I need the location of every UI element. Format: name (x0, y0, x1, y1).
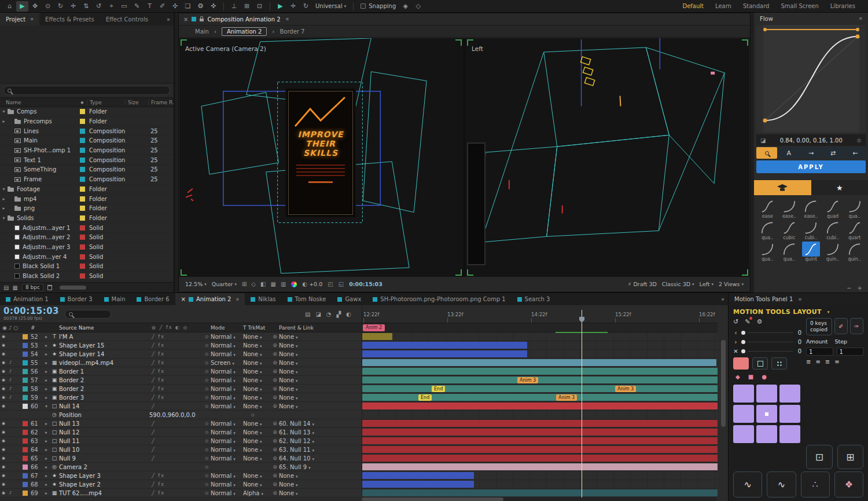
layer-row[interactable]: ◉ ♪ 59 ▸ ▣ Border 3 ╱ fx ⊙ Normal▾ None▾… (0, 393, 718, 402)
layer-track[interactable] (362, 428, 718, 436)
layer-name[interactable]: Shape Layer 15 (59, 342, 146, 349)
project-item-row[interactable]: ▸ mp4 Folder (0, 194, 174, 204)
pickwhip-icon[interactable]: ⊚ (273, 360, 277, 365)
eye-toggle[interactable]: ◉ (0, 352, 7, 356)
solo-toggle[interactable] (14, 473, 21, 478)
diamond-icon[interactable]: ◆ (735, 374, 740, 380)
zoom-out-icon[interactable]: − (847, 285, 851, 291)
label-swatch[interactable] (23, 465, 28, 470)
hand-tool[interactable]: ✥ (29, 1, 41, 12)
project-item-row[interactable]: SH-Phot...omp 1 Composition 25 (0, 146, 174, 156)
layer-marker[interactable]: Anim 3 (615, 386, 636, 392)
eye-toggle[interactable]: ◉ (0, 456, 7, 460)
ease-preset[interactable]: quin.. (822, 242, 844, 262)
project-item-row[interactable]: ▾ Solids Folder (0, 214, 174, 224)
eye-toggle[interactable]: ◉ (0, 369, 7, 374)
eye-toggle[interactable]: ◉ (0, 421, 7, 426)
breadcrumb-child[interactable]: Border 7 (279, 28, 304, 35)
snapping-checkbox[interactable]: Snapping (358, 3, 399, 9)
favorite-icon[interactable]: ☆ (856, 137, 862, 144)
flow-text-button[interactable]: A (778, 147, 799, 159)
label-swatch[interactable] (23, 404, 28, 409)
mode-select[interactable]: Normal▾ (211, 481, 236, 488)
label-swatch[interactable] (80, 264, 85, 269)
anchor-cell[interactable] (733, 405, 754, 423)
bezier-values[interactable]: 0.84, 0.00, 0.16, 1.00 (769, 137, 853, 144)
ease-preset[interactable]: cubi.. (800, 220, 822, 240)
flow-swap-button[interactable]: ⇄ (823, 147, 844, 159)
parent-select[interactable]: None▾ (279, 351, 298, 357)
ease-preset[interactable]: qua.. (844, 199, 865, 219)
layer-name[interactable]: Border 2 (59, 377, 146, 383)
world-axis-icon[interactable]: ⊞ (241, 1, 253, 12)
renderer-select[interactable]: Classic 3D▾ (662, 281, 694, 287)
layer-row[interactable]: ◉ 62 ▸ □ Null 12 ╱ ⊙ Normal▾ None▾ ⊚ 61. (0, 428, 718, 437)
bit-depth-button[interactable]: 8 bpc (22, 284, 43, 291)
layer-row[interactable]: ◉ ♪ 56 ▸ ▣ Border 1 ╱ fx ⊙ Normal▾ None▾… (0, 367, 718, 376)
layer-marker[interactable]: End (418, 394, 432, 401)
gizmo-rotate-icon[interactable]: ↻ (300, 1, 312, 12)
project-item-row[interactable]: SomeThing Composition 25 (0, 165, 174, 175)
reset-exposure-icon[interactable]: ◐ (302, 281, 307, 287)
layer-row[interactable]: ◉ ♪ 55 ▸ ▦ videopl...mp4.mp4 ╱ fx ⊙ Scre… (0, 359, 718, 367)
label-swatch[interactable] (80, 215, 85, 221)
timeline-tab[interactable]: × Gawx ≡ (332, 293, 367, 305)
slider-handle[interactable] (741, 331, 745, 335)
local-axis-icon[interactable]: ⊥ (228, 1, 240, 12)
solo-toggle[interactable] (14, 465, 21, 469)
solo-toggle[interactable] (14, 343, 21, 348)
solo-toggle[interactable] (14, 352, 21, 356)
layer-row[interactable]: ◉ 60 ▾ □ Null 14 ╱ ⊙ Normal▾ None▾ ⊚ Non… (0, 402, 718, 411)
shy-layers-icon[interactable]: ◔ (326, 311, 332, 317)
layer-name[interactable]: Border 3 (59, 394, 146, 401)
twirl-icon[interactable]: ▸ (43, 456, 50, 461)
label-swatch[interactable] (80, 167, 85, 172)
mode-select[interactable]: Screen▾ (211, 360, 234, 366)
grid-options-icon[interactable]: ⊞ (242, 281, 247, 287)
label-swatch[interactable] (80, 177, 85, 182)
layer-marker[interactable]: Anim 3 (556, 394, 577, 401)
slider-handle[interactable] (741, 340, 745, 344)
timeline-tab[interactable]: × Niklas ≡ (245, 293, 281, 305)
twirl-icon[interactable]: ▸ (0, 206, 8, 211)
project-item-row[interactable]: ▸ Precomps Folder (0, 117, 174, 127)
ease-in-slider[interactable]: ‹ 0 (733, 329, 801, 337)
copy-values-icon[interactable]: ◪ (760, 137, 766, 144)
step-input[interactable]: 1 (837, 348, 864, 356)
time-ruler[interactable]: 12:22f13:22f14:22f15:22f16:22f (362, 305, 718, 323)
channel-wheel-icon[interactable] (291, 281, 297, 287)
layer-row[interactable]: ◉ 66 ▸ ◎ Camera 2 ⊙ ▾ ▾ ⊚ 65. Null 9▾ (0, 463, 718, 471)
panel-tab[interactable]: Project≡ (0, 13, 39, 25)
project-item-row[interactable]: Adjustm...yer 4 Solid (0, 252, 174, 262)
layer-name[interactable]: I'M A (59, 334, 146, 340)
layer-switches[interactable]: ╱ fx (149, 482, 203, 487)
label-swatch[interactable] (80, 206, 85, 211)
twirl-icon[interactable]: ▸ (43, 482, 50, 487)
view-active-camera[interactable]: Active Camera (Camera 2) IMPROVE (179, 38, 463, 277)
thumbnail-view-icon[interactable]: ▦ (12, 284, 17, 291)
column-size[interactable]: Size (125, 100, 148, 105)
layer-name[interactable]: TUT 62.....mp4 (59, 490, 146, 496)
zoom-in-icon[interactable]: + (858, 285, 862, 291)
audio-toggle[interactable] (7, 456, 14, 460)
ease-preset[interactable]: cubi.. (822, 220, 844, 240)
eye-toggle[interactable]: ◉ (0, 465, 7, 469)
layer-marker[interactable]: End (432, 386, 445, 392)
rotation-tool[interactable]: ↺ (93, 1, 105, 12)
pickwhip-icon[interactable]: ⊚ (273, 334, 277, 339)
overflow-icon[interactable]: » (163, 16, 174, 23)
label-swatch[interactable] (23, 378, 28, 383)
playhead[interactable] (582, 310, 582, 498)
layer-row[interactable]: ◉ 52 ▸ T I'M A ╱ fx ⊙ Normal▾ None▾ ⊚ No… (0, 332, 718, 341)
solo-toggle[interactable] (14, 386, 21, 391)
parent-select[interactable]: None▾ (279, 403, 298, 409)
anchor-cell[interactable] (756, 425, 777, 443)
solo-toggle[interactable] (14, 395, 21, 400)
anchor-target-icon[interactable]: ⊡ (806, 445, 833, 469)
trkmat-select[interactable]: None▾ (243, 377, 262, 383)
parent-select[interactable]: None▾ (279, 394, 298, 401)
show-snapshot-icon[interactable]: ◱ (339, 281, 344, 287)
panel-tab[interactable]: Effect Controls≡ (100, 13, 154, 25)
ease-preset[interactable]: quart (844, 220, 865, 240)
trkmat-select[interactable]: None▾ (243, 438, 262, 444)
